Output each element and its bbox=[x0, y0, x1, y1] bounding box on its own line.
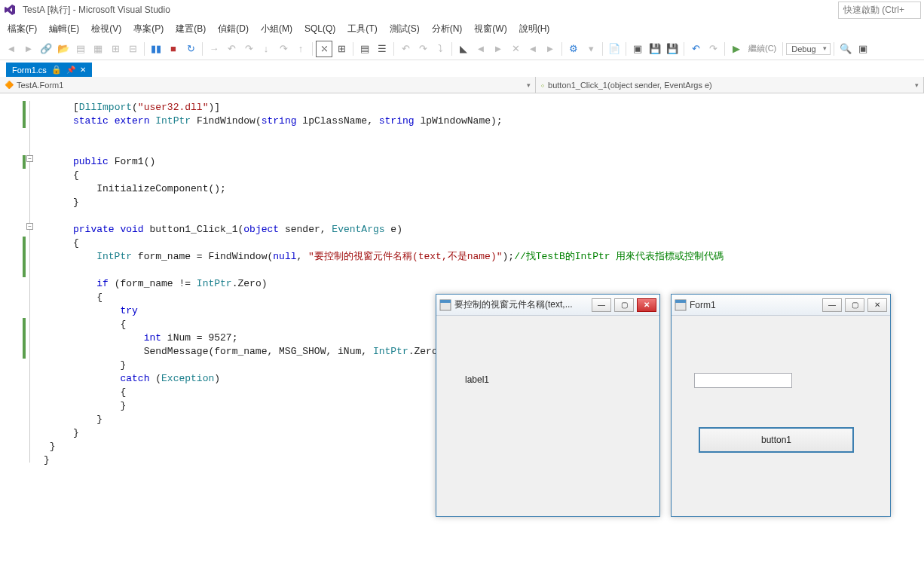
minimize-icon[interactable]: — bbox=[822, 298, 842, 312]
winform-body: button1 bbox=[672, 316, 890, 516]
step-over-icon[interactable]: ↷ bbox=[275, 41, 292, 57]
toolbar-separator bbox=[602, 42, 603, 56]
doc-icon[interactable]: 📄 bbox=[606, 41, 623, 57]
step-out-icon[interactable]: ↑ bbox=[292, 41, 309, 57]
menu-file[interactable]: 檔案(F) bbox=[2, 20, 43, 38]
winform-titlebar[interactable]: 要控制的視窗元件名稱(text,... — ▢ ✕ bbox=[436, 295, 659, 316]
toolbar-separator bbox=[724, 42, 725, 56]
menu-help[interactable]: 說明(H) bbox=[513, 20, 556, 38]
class-dropdown[interactable]: 🔶 TestA.Form1 bbox=[0, 77, 536, 93]
attach-icon[interactable]: 🔗 bbox=[38, 41, 54, 57]
minimize-icon[interactable]: — bbox=[592, 298, 611, 312]
bookmark-icon[interactable]: ◣ bbox=[455, 41, 472, 57]
locals-icon[interactable]: ⊞ bbox=[333, 41, 350, 57]
form-icon bbox=[675, 299, 687, 311]
maximize-icon[interactable]: ▢ bbox=[845, 298, 864, 312]
stack-icon[interactable]: ▤ bbox=[356, 41, 373, 57]
winform-testb[interactable]: 要控制的視窗元件名稱(text,... — ▢ ✕ label1 bbox=[436, 294, 660, 517]
save-icon[interactable]: 💾 bbox=[647, 41, 663, 57]
toolbar-separator bbox=[393, 42, 394, 56]
stop-icon[interactable]: ■ bbox=[165, 41, 182, 57]
menu-edit[interactable]: 編輯(E) bbox=[43, 20, 85, 38]
back2-icon[interactable]: ↶ bbox=[397, 41, 414, 57]
menu-test[interactable]: 測試(S) bbox=[384, 20, 426, 38]
next-bookmark-icon[interactable]: ► bbox=[490, 41, 506, 57]
redo-icon[interactable]: ↷ bbox=[240, 41, 257, 57]
comment-icon[interactable]: ⊞ bbox=[107, 41, 124, 57]
config-dropdown[interactable]: Debug bbox=[786, 43, 830, 55]
menu-build[interactable]: 建置(B) bbox=[170, 20, 212, 38]
prev-bookmark-icon[interactable]: ◄ bbox=[473, 41, 489, 57]
nav-fwd-icon[interactable]: ► bbox=[20, 41, 37, 57]
toolbar-separator bbox=[144, 42, 145, 56]
prev2-icon[interactable]: ◄ bbox=[525, 41, 541, 57]
close-icon[interactable]: ✕ bbox=[867, 298, 887, 312]
menu-sql[interactable]: SQL(Q) bbox=[298, 21, 341, 36]
svg-rect-3 bbox=[675, 300, 686, 303]
winform-title: 要控制的視窗元件名稱(text,... bbox=[454, 298, 589, 311]
menu-view[interactable]: 檢視(V) bbox=[85, 20, 127, 38]
threads-icon[interactable]: ☰ bbox=[374, 41, 390, 57]
hex-icon[interactable]: ⤬ bbox=[316, 41, 332, 57]
restart-icon[interactable]: ↻ bbox=[182, 41, 199, 57]
list-icon[interactable]: ▤ bbox=[72, 41, 89, 57]
fold-toggle-icon[interactable]: − bbox=[26, 223, 33, 230]
document-tab[interactable]: Form1.cs 🔒 📌 ✕ bbox=[6, 63, 92, 77]
textbox1[interactable] bbox=[694, 373, 792, 388]
menu-analyze[interactable]: 分析(N) bbox=[426, 20, 469, 38]
save-all-icon[interactable]: 💾 bbox=[664, 41, 681, 57]
fold-toggle-icon[interactable]: − bbox=[26, 155, 33, 162]
uncomment-icon[interactable]: ⊟ bbox=[124, 41, 141, 57]
close-icon[interactable]: ✕ bbox=[637, 298, 656, 312]
winform-form1[interactable]: Form1 — ▢ ✕ button1 bbox=[671, 294, 891, 517]
window-title: TestA [執行] - Microsoft Visual Studio bbox=[23, 4, 170, 17]
nav-back-icon[interactable]: ◄ bbox=[3, 41, 20, 57]
toolbar-separator bbox=[561, 42, 562, 56]
menu-project[interactable]: 專案(P) bbox=[127, 20, 170, 38]
open-icon[interactable]: 📂 bbox=[55, 41, 72, 57]
vs-logo-icon bbox=[3, 3, 17, 17]
continue-icon[interactable]: ▶ bbox=[728, 41, 745, 57]
class-name: TestA.Form1 bbox=[17, 81, 63, 90]
menu-tools[interactable]: 工具(T) bbox=[341, 20, 383, 38]
step-icon[interactable]: → bbox=[206, 41, 222, 57]
solution-icon[interactable]: ▣ bbox=[855, 41, 871, 57]
toolbar-separator bbox=[353, 42, 353, 56]
redo2-icon[interactable]: ↷ bbox=[705, 41, 721, 57]
menu-window[interactable]: 視窗(W) bbox=[468, 20, 512, 38]
toolbar-separator bbox=[451, 42, 452, 56]
menu-bar: 檔案(F) 編輯(E) 檢視(V) 專案(P) 建置(B) 偵錯(D) 小組(M… bbox=[0, 20, 924, 38]
button1[interactable]: button1 bbox=[699, 427, 854, 453]
step-into-icon[interactable]: ↓ bbox=[258, 41, 274, 57]
menu-debug[interactable]: 偵錯(D) bbox=[212, 20, 255, 38]
toolbar-separator bbox=[834, 42, 834, 56]
find-icon[interactable]: 🔍 bbox=[837, 41, 854, 57]
document-tab-bar: Form1.cs 🔒 📌 ✕ bbox=[0, 60, 924, 77]
tab-close-icon[interactable]: ✕ bbox=[80, 66, 86, 74]
gear-icon[interactable]: ⚙ bbox=[565, 41, 582, 57]
method-dropdown[interactable]: ⬦ button1_Click_1(object sender, EventAr… bbox=[536, 77, 924, 93]
method-name: button1_Click_1(object sender, EventArgs… bbox=[548, 81, 712, 90]
pin-icon[interactable]: 📌 bbox=[66, 66, 75, 74]
toolbar-separator bbox=[626, 42, 626, 56]
undo2-icon[interactable]: ↶ bbox=[687, 41, 704, 57]
winform-titlebar[interactable]: Form1 — ▢ ✕ bbox=[672, 295, 890, 316]
clear-bookmark-icon[interactable]: ✕ bbox=[507, 41, 524, 57]
down-icon[interactable]: ⤵ bbox=[432, 41, 448, 57]
quick-launch-input[interactable]: 快速啟動 (Ctrl+ bbox=[838, 2, 921, 19]
table-icon[interactable]: ▦ bbox=[90, 41, 106, 57]
label1: label1 bbox=[465, 374, 489, 385]
undo-icon[interactable]: ↶ bbox=[223, 41, 240, 57]
outline-margin: − − bbox=[26, 93, 36, 565]
continue-label[interactable]: 繼續(C) bbox=[748, 43, 776, 54]
fwd2-icon[interactable]: ↷ bbox=[415, 41, 431, 57]
toolbar-separator bbox=[312, 42, 313, 56]
method-icon: ⬦ bbox=[540, 81, 545, 89]
toolbar-separator bbox=[782, 42, 783, 56]
arrow-down-icon[interactable]: ▾ bbox=[583, 41, 599, 57]
maximize-icon[interactable]: ▢ bbox=[614, 298, 634, 312]
next2-icon[interactable]: ► bbox=[542, 41, 558, 57]
pause-icon[interactable]: ▮▮ bbox=[148, 41, 164, 57]
folder-icon[interactable]: ▣ bbox=[629, 41, 646, 57]
menu-team[interactable]: 小組(M) bbox=[255, 20, 298, 38]
